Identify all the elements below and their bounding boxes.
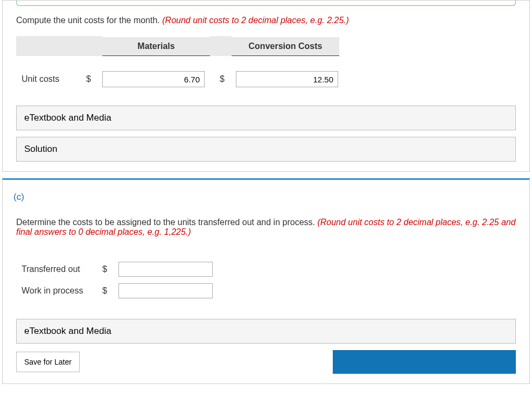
currency-symbol: $ [86,74,102,84]
etextbook-media-button[interactable]: eTextbook and Media [16,319,516,344]
submit-area[interactable] [333,350,516,374]
part-c-label: (c) [3,180,529,208]
prompt-text: Determine the costs to be assigned to th… [16,218,317,227]
panel-part-c: (c) Determine the costs to be assigned t… [2,178,530,384]
solution-button[interactable]: Solution [16,137,516,162]
unit-cost-header-row: Materials Conversion Costs [16,36,516,56]
header-gap [210,36,232,56]
etextbook-media-button[interactable]: eTextbook and Media [16,106,516,130]
row-transferred-out: Transferred out $ [16,262,516,277]
currency-symbol: $ [220,74,236,84]
col-materials: Materials [102,37,210,56]
label-work-in-process: Work in process [16,286,102,296]
row-work-in-process: Work in process $ [16,283,516,298]
label-transferred-out: Transferred out [16,264,102,274]
col-conversion: Conversion Costs [232,37,339,56]
save-for-later-button[interactable]: Save for Later [16,352,80,372]
prompt-text: Compute the unit costs for the month. [16,16,162,25]
input-transferred-out[interactable] [118,262,213,277]
currency-symbol: $ [102,264,118,274]
unit-cost-data-row: Unit costs $ $ [16,71,516,87]
panel-part-b: Compute the unit costs for the month. (R… [2,0,530,172]
feedback-rule [16,1,516,6]
input-materials-unit-cost[interactable] [102,71,205,87]
part-b-prompt: Compute the unit costs for the month. (R… [16,16,516,25]
row-label-unit-costs: Unit costs [16,74,86,84]
part-c-prompt: Determine the costs to be assigned to th… [16,218,516,237]
prompt-hint: (Round unit costs to 2 decimal places, e… [162,16,349,25]
header-spacer [16,36,102,56]
currency-symbol: $ [102,286,118,296]
input-work-in-process[interactable] [118,283,213,298]
input-conversion-unit-cost[interactable] [236,71,338,87]
save-row: Save for Later [16,350,516,374]
